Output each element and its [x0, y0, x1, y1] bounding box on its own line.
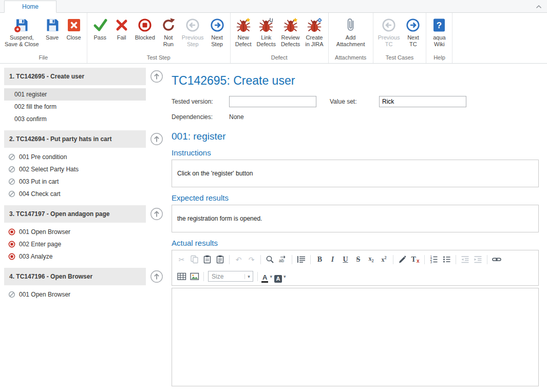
svg-text:ab: ab	[279, 258, 284, 263]
save-button[interactable]: Save	[42, 14, 63, 54]
scroll-to-testcase-icon[interactable]	[150, 207, 163, 221]
insert-link-button[interactable]	[490, 253, 503, 266]
next-step-button[interactable]: NextStep	[206, 14, 228, 54]
collapse-ribbon-icon[interactable]	[536, 3, 542, 10]
suspend-save-close-button[interactable]: Suspend,Save & Close	[2, 14, 42, 54]
test-step-item-put-in-cart[interactable]: 003 Put in cart	[4, 175, 146, 188]
indent-button[interactable]	[471, 253, 484, 266]
bold-button[interactable]: B	[313, 253, 326, 266]
save-icon	[45, 16, 60, 34]
wiki-help-icon: ?	[431, 16, 447, 34]
blocked-button[interactable]: Blocked	[133, 14, 158, 54]
test-step-label: 003 Put in cart	[19, 178, 59, 185]
ribbon-group-label-file: File	[0, 54, 87, 63]
review-defects-button[interactable]: ReviewDefects	[278, 14, 303, 54]
test-step-label: 003 confirm	[14, 115, 47, 123]
chevron-down-icon: ▾	[270, 274, 272, 279]
outdent-button[interactable]	[459, 253, 471, 266]
not-run-button[interactable]: NotRun	[158, 14, 179, 54]
test-step-label: 004 Check cart	[19, 190, 61, 198]
close-icon	[66, 16, 82, 34]
cut-button[interactable]: ✂	[175, 253, 188, 266]
test-step-item-open-browser[interactable]: 001 Open Browser	[4, 226, 146, 238]
replace-button[interactable]: ab	[276, 253, 289, 266]
close-button[interactable]: Close	[63, 14, 85, 54]
tested-version-input[interactable]	[229, 96, 316, 107]
add-attachment-button[interactable]: AddAttachment	[331, 14, 371, 54]
find-button[interactable]	[263, 253, 276, 266]
test-step-item-register[interactable]: 001 register	[4, 88, 146, 101]
scroll-to-testcase-icon[interactable]	[150, 270, 163, 283]
scroll-to-testcase-icon[interactable]	[150, 70, 163, 83]
format-painter-button[interactable]	[396, 253, 409, 266]
pass-button[interactable]: Pass	[89, 14, 111, 54]
test-step-item-pre-condition[interactable]: 001 Pre condition	[4, 151, 146, 163]
tested-version-label: Tested version:	[172, 98, 229, 105]
italic-button[interactable]: I	[326, 253, 339, 266]
text-color-button[interactable]: A▾	[260, 270, 273, 283]
ordered-list-button[interactable]: 123	[427, 253, 440, 266]
actual-results-editor[interactable]	[172, 288, 539, 386]
scroll-to-testcase-icon[interactable]	[150, 132, 163, 146]
next-tc-button[interactable]: NextTC	[402, 14, 424, 54]
superscript-button[interactable]: x2	[378, 253, 390, 266]
paragraph-format-button[interactable]	[295, 253, 308, 266]
fail-button[interactable]: Fail	[111, 14, 133, 54]
test-step-label: 003 Analyze	[19, 253, 52, 260]
subscript-button[interactable]: x2	[365, 253, 378, 266]
aqua-wiki-button[interactable]: ? aquaWiki	[428, 14, 450, 54]
toolbar-separator	[456, 255, 456, 264]
test-step-item-confirm[interactable]: 003 confirm	[4, 113, 146, 125]
create-in-jira-button[interactable]: Createin JIRA	[303, 14, 326, 54]
paste-as-text-button[interactable]	[214, 253, 227, 266]
test-step-item-open-browser-2[interactable]: 001 Open Browser	[4, 288, 146, 301]
version-value-set-row: Tested version: Value set:	[172, 96, 539, 107]
test-step-label: 001 Open Browser	[19, 291, 70, 298]
indent-icon	[474, 255, 482, 264]
value-set-input[interactable]	[379, 96, 466, 107]
link-defects-button[interactable]: LinkDefects	[254, 14, 278, 54]
strikethrough-button[interactable]: S	[352, 253, 365, 266]
new-defect-bug-icon	[236, 16, 251, 34]
ribbon-group-label-test-cases: Test Cases	[373, 54, 426, 63]
create-in-jira-bug-icon	[307, 16, 322, 34]
testcase-header-tc147197[interactable]: 3. TC147197 - Open andagon page	[4, 205, 146, 223]
font-size-select[interactable]: Size ▾	[208, 271, 253, 282]
previous-tc-button[interactable]: PreviousTC	[375, 14, 403, 54]
expected-results-text: the registration form is opened.	[172, 205, 539, 232]
instructions-heading: Instructions	[172, 148, 539, 157]
paragraph-icon	[297, 255, 306, 264]
blocked-icon	[137, 16, 153, 34]
toolbar-separator	[393, 255, 393, 264]
remove-format-button[interactable]: Tx	[409, 253, 422, 266]
test-step-item-analyze[interactable]: 003 Analyze	[4, 250, 146, 263]
superscript-icon: x2	[382, 256, 387, 264]
copy-button[interactable]	[188, 253, 201, 266]
undo-button[interactable]: ↶	[232, 253, 245, 266]
toolbar-row-2: Size ▾ A▾ A▾	[175, 268, 535, 285]
background-color-button[interactable]: A▾	[273, 270, 287, 283]
dependencies-row: Dependencies: None	[172, 113, 539, 121]
testcase-header-tc142694[interactable]: 2. TC142694 - Put party hats in cart	[4, 130, 146, 148]
test-step-item-check-cart[interactable]: 004 Check cart	[4, 188, 146, 200]
test-step-item-enter-page[interactable]: 002 Enter page	[4, 238, 146, 250]
test-step-item-fill-the-form[interactable]: 002 fill the form	[4, 101, 146, 113]
redo-button[interactable]: ↷	[245, 253, 258, 266]
testcase-header-tc147196[interactable]: 4. TC147196 - Open Browser	[4, 268, 146, 285]
test-step-item-select-party-hats[interactable]: 002 Select Party Hats	[4, 163, 146, 175]
insert-image-button[interactable]	[188, 270, 201, 283]
insert-table-button[interactable]	[175, 270, 188, 283]
underline-button[interactable]: U	[339, 253, 352, 266]
testcase-header-tc142695[interactable]: 1. TC142695 - Create user	[4, 68, 146, 85]
magnifier-icon	[266, 255, 274, 264]
not-run-status-icon	[8, 153, 15, 161]
paste-button[interactable]	[201, 253, 214, 266]
link-defects-bug-icon	[258, 16, 274, 34]
toolbar-separator	[203, 272, 204, 281]
tab-home[interactable]: Home	[4, 1, 56, 13]
unordered-list-button[interactable]	[440, 253, 453, 266]
previous-step-button[interactable]: PreviousStep	[179, 14, 206, 54]
new-defect-button[interactable]: NewDefect	[233, 14, 254, 54]
testcase-section-3: 3. TC147197 - Open andagon page 001 Open…	[4, 205, 166, 263]
step-title: 001: register	[172, 131, 539, 142]
